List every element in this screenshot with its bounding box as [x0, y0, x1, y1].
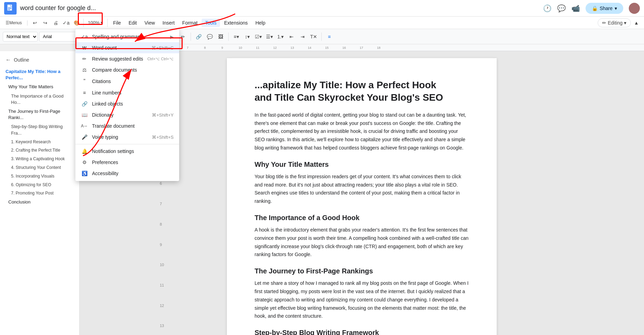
line-numbers-item[interactable]: ≡ Line numbers — [75, 87, 179, 98]
line-numbers-icon: ≡ — [81, 90, 88, 96]
spelling-arrow: ▶ — [170, 34, 174, 39]
sidebar-item-conclusion[interactable]: Conclusion — [0, 198, 79, 207]
font-family-select[interactable]: Arial — [39, 32, 81, 42]
sidebar-item-seo[interactable]: 6. Optimizing for SEO — [0, 181, 79, 189]
accessibility-item[interactable]: ♿ Accessibility — [75, 168, 179, 179]
notifications-item[interactable]: 🔔 Notification settings — [75, 146, 179, 157]
review-label: Review suggested edits — [92, 56, 143, 62]
share-button[interactable]: 🔒 Share ▾ — [586, 3, 623, 14]
voice-typing-icon: 🎤 — [81, 134, 88, 140]
link-button[interactable]: 🔗 — [194, 32, 203, 42]
spelling-grammar-item[interactable]: ✓a Spelling and grammar ▶ — [75, 31, 179, 42]
spellcheck-button[interactable]: ✓a — [61, 18, 71, 28]
dictionary-item[interactable]: 📖 Dictionary ⌘+Shift+Y — [75, 109, 179, 120]
redo-button[interactable]: ↪ — [40, 18, 50, 28]
sidebar-item-writing-hook[interactable]: 3. Writing a Captivating Hook — [0, 155, 79, 163]
back-arrow-icon[interactable]: ← — [6, 57, 11, 63]
chat-icon[interactable]: 💬 — [557, 4, 566, 12]
separator2 — [107, 19, 108, 27]
review-edits-item[interactable]: ✏ Review suggested edits Ctrl+⌥ Ctrl+⌥ — [75, 53, 179, 64]
linked-objects-label: Linked objects — [92, 101, 169, 107]
comment-button[interactable]: 💬 — [205, 32, 214, 42]
menus-button[interactable]: ☰ Menus — [3, 18, 25, 28]
section-body-3: Let me share a story of how I managed to… — [255, 279, 469, 320]
menu-format[interactable]: Format — [179, 19, 201, 27]
avatar[interactable] — [629, 3, 640, 14]
accessibility-icon: ♿ — [81, 171, 88, 176]
svg-text:7: 7 — [187, 46, 188, 49]
line-numbers-label: Line numbers — [92, 90, 169, 96]
zoom-select[interactable]: 100% ▾ — [86, 18, 105, 28]
indent-decrease-button[interactable]: ⇤ — [287, 32, 296, 42]
sidebar-item-importance-hook[interactable]: The Importance of a Good Ho... — [0, 92, 79, 107]
menu-file[interactable]: File — [110, 19, 125, 27]
translate-item[interactable]: A↔ Translate document — [75, 120, 179, 132]
preferences-icon: ⚙ — [81, 160, 88, 165]
tools-dropdown: ✓a Spelling and grammar ▶ W Word count ⌘… — [75, 29, 179, 181]
svg-text:12: 12 — [273, 46, 277, 49]
word-count-item[interactable]: W Word count ⌘+Shift+C — [75, 42, 179, 53]
numbering-button[interactable]: 1.▾ — [276, 32, 285, 42]
document-heading: ...apitalize My Title: How a Perfect Hoo… — [255, 79, 469, 104]
app-icon — [4, 2, 17, 15]
review-shortcut: Ctrl+⌥ Ctrl+⌥ — [147, 57, 174, 61]
highlight-button[interactable]: ✏ — [178, 32, 188, 42]
sidebar-item-structuring[interactable]: 4. Structuring Your Content — [0, 163, 79, 172]
svg-text:11: 11 — [256, 46, 259, 49]
collapse-button[interactable]: ▲ — [632, 18, 641, 28]
sidebar-item-title[interactable]: Capitalize My Title: How a Perfec... — [0, 67, 79, 82]
menu-help[interactable]: Help — [252, 19, 269, 27]
align-button[interactable]: ≡▾ — [231, 32, 241, 42]
menu-view[interactable]: View — [141, 19, 158, 27]
sidebar-item-keyword[interactable]: 1. Keyword Research — [0, 138, 79, 146]
share-chevron-icon: ▾ — [615, 6, 617, 11]
sep6 — [228, 33, 229, 41]
bullets-button[interactable]: ☰▾ — [265, 32, 274, 42]
citations-item[interactable]: " Citations — [75, 75, 179, 87]
history-icon[interactable]: 🕐 — [543, 4, 552, 12]
spelling-label: Spelling and grammar — [92, 34, 166, 39]
section-heading-3: The Journey to First-Page Rankings — [255, 267, 469, 275]
sidebar-item-why-title[interactable]: Why Your Title Matters — [0, 82, 79, 91]
undo-button[interactable]: ↩ — [30, 18, 40, 28]
svg-text:8: 8 — [204, 46, 206, 49]
sidebar-item-promoting[interactable]: 7. Promoting Your Post — [0, 189, 79, 198]
sidebar-header: ← Outline — [0, 55, 79, 67]
linked-objects-item[interactable]: 🔗 Linked objects — [75, 98, 179, 109]
word-count-icon: W — [81, 45, 88, 51]
menu-edit[interactable]: Edit — [125, 19, 140, 27]
linespacing-button[interactable]: ↕▾ — [242, 32, 252, 42]
sidebar-item-journey[interactable]: The Journey to First-Page Ranki... — [0, 107, 79, 122]
compare-docs-item[interactable]: ⚖ Compare documents — [75, 64, 179, 75]
image-button[interactable]: 🖼 — [216, 32, 226, 42]
menu-bar: ☰ Menus | ↩ ↪ 🖨 ✓a 🎨 100% ▾ File Edit Vi… — [0, 17, 644, 29]
menu-tools[interactable]: Tools — [202, 19, 220, 27]
outline-label: Outline — [14, 57, 29, 63]
menu-extensions[interactable]: Extensions — [221, 19, 251, 27]
voice-typing-shortcut: ⌘+Shift+S — [152, 135, 174, 140]
linked-objects-icon: 🔗 — [81, 101, 88, 107]
translate-label: Translate document — [92, 123, 169, 129]
editing-badge[interactable]: ✏ Editing ▾ — [598, 18, 631, 27]
citations-icon: " — [81, 78, 88, 84]
paintformat-button[interactable]: 🎨 — [72, 18, 81, 28]
clearformat-button[interactable]: T✕ — [309, 32, 319, 42]
svg-text:16: 16 — [342, 46, 346, 49]
sidebar-item-visuals[interactable]: 5. Incorporating Visuals — [0, 172, 79, 181]
sep5 — [191, 33, 191, 41]
checklist-button[interactable]: ☑▾ — [254, 32, 263, 42]
print-button[interactable]: 🖨 — [51, 18, 61, 28]
indent-increase-button[interactable]: ⇥ — [298, 32, 307, 42]
voice-typing-item[interactable]: 🎤 Voice typing ⌘+Shift+S — [75, 132, 179, 143]
section-body-1: Your blog title is the first impression … — [255, 173, 469, 206]
sidebar-item-stepbystep[interactable]: Step-by-Step Blog Writing Fra... — [0, 122, 79, 137]
video-icon[interactable]: 📹 — [571, 4, 580, 12]
notifications-label: Notification settings — [92, 148, 169, 154]
top-bar: word counter for google d... 🕐 💬 📹 🔒 Sha… — [0, 0, 644, 17]
font-style-select[interactable]: Normal text — [3, 32, 38, 42]
sidebar-item-crafting-title[interactable]: 2. Crafting the Perfect Title — [0, 146, 79, 155]
preferences-item[interactable]: ⚙ Preferences — [75, 157, 179, 168]
accessmode-icon: ≡ — [324, 32, 334, 42]
menu-insert[interactable]: Insert — [159, 19, 178, 27]
svg-text:9: 9 — [221, 46, 223, 49]
